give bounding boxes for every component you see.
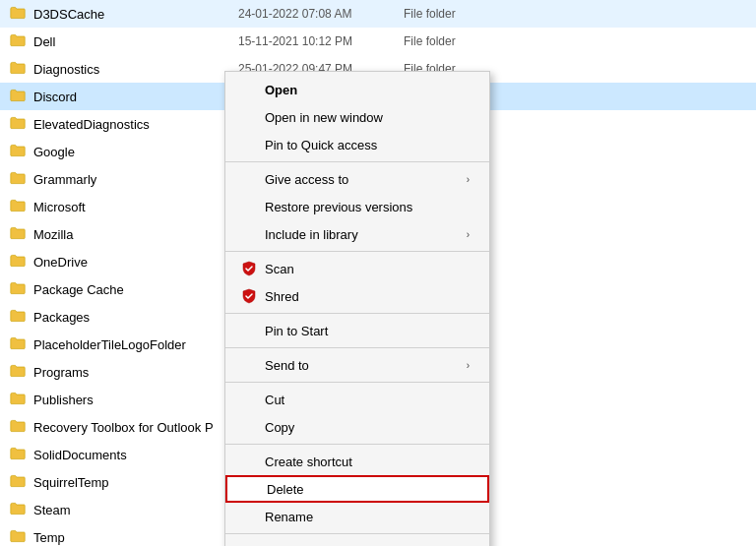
menu-item-restore-prev[interactable]: Restore previous versions bbox=[225, 193, 489, 220]
menu-item-copy[interactable]: Copy bbox=[225, 413, 489, 441]
file-date: 24-01-2022 07:08 AM bbox=[238, 7, 396, 21]
shield-icon bbox=[241, 288, 257, 304]
file-name: D3DSCache bbox=[33, 7, 230, 22]
shield-icon bbox=[241, 261, 257, 276]
menu-item-include-library[interactable]: Include in library› bbox=[225, 220, 489, 248]
menu-item-label: Open in new window bbox=[265, 110, 383, 125]
menu-item-label: Give access to bbox=[265, 172, 348, 187]
menu-separator bbox=[225, 382, 489, 383]
submenu-arrow-icon: › bbox=[467, 360, 470, 371]
file-name: Grammarly bbox=[33, 172, 230, 187]
menu-item-label: Include in library bbox=[265, 227, 358, 242]
context-menu: OpenOpen in new windowPin to Quick acces… bbox=[224, 71, 490, 546]
file-name: Google bbox=[33, 145, 230, 159]
file-name: Steam bbox=[33, 503, 230, 517]
file-type: File folder bbox=[404, 34, 456, 48]
menu-separator bbox=[225, 533, 489, 534]
menu-item-delete[interactable]: Delete bbox=[225, 475, 489, 503]
submenu-arrow-icon: › bbox=[467, 229, 470, 240]
file-name: Packages bbox=[33, 310, 230, 325]
file-name: ElevatedDiagnostics bbox=[33, 117, 230, 132]
menu-separator bbox=[225, 444, 489, 445]
menu-item-create-shortcut[interactable]: Create shortcut bbox=[225, 448, 489, 475]
menu-item-label: Copy bbox=[265, 420, 294, 435]
folder-icon bbox=[10, 336, 26, 353]
menu-item-label: Shred bbox=[265, 289, 299, 304]
menu-item-scan[interactable]: Scan bbox=[225, 255, 489, 282]
folder-icon bbox=[10, 89, 26, 105]
folder-icon bbox=[10, 144, 26, 160]
menu-item-label: Delete bbox=[267, 482, 304, 497]
menu-item-label: Restore previous versions bbox=[265, 200, 412, 214]
menu-item-label: Send to bbox=[265, 358, 309, 373]
menu-separator bbox=[225, 313, 489, 314]
folder-icon bbox=[10, 474, 26, 491]
file-name: Package Cache bbox=[33, 282, 230, 297]
file-name: Temp bbox=[33, 530, 230, 545]
menu-item-send-to[interactable]: Send to› bbox=[225, 351, 489, 379]
folder-icon bbox=[10, 419, 26, 436]
file-date: 15-11-2021 10:12 PM bbox=[238, 34, 396, 48]
file-name: Diagnostics bbox=[33, 62, 230, 77]
file-name: SquirrelTemp bbox=[33, 475, 230, 490]
folder-icon bbox=[10, 529, 26, 546]
file-row[interactable]: D3DSCache24-01-2022 07:08 AMFile folder bbox=[0, 0, 756, 28]
menu-item-properties[interactable]: Properties bbox=[225, 537, 489, 546]
file-name: Publishers bbox=[33, 393, 230, 407]
file-row[interactable]: Dell15-11-2021 10:12 PMFile folder bbox=[0, 28, 756, 55]
folder-icon bbox=[10, 309, 26, 326]
folder-icon bbox=[10, 502, 26, 518]
folder-icon bbox=[10, 171, 26, 188]
menu-item-pin-quick-access[interactable]: Pin to Quick access bbox=[225, 131, 489, 158]
menu-item-shred[interactable]: Shred bbox=[225, 282, 489, 310]
menu-item-label: Rename bbox=[265, 510, 313, 524]
menu-item-label: Pin to Start bbox=[265, 324, 328, 338]
menu-separator bbox=[225, 161, 489, 162]
menu-item-open[interactable]: Open bbox=[225, 76, 489, 103]
file-name: Dell bbox=[33, 34, 230, 49]
folder-icon bbox=[10, 61, 26, 78]
folder-icon bbox=[10, 6, 26, 23]
menu-item-open-new-window[interactable]: Open in new window bbox=[225, 103, 489, 131]
file-name: Mozilla bbox=[33, 227, 230, 242]
folder-icon bbox=[10, 199, 26, 215]
menu-item-label: Scan bbox=[265, 262, 294, 276]
menu-item-give-access[interactable]: Give access to› bbox=[225, 165, 489, 193]
menu-item-rename[interactable]: Rename bbox=[225, 503, 489, 530]
menu-item-label: Pin to Quick access bbox=[265, 138, 377, 152]
file-type: File folder bbox=[404, 7, 456, 21]
file-name: OneDrive bbox=[33, 255, 230, 270]
folder-icon bbox=[10, 392, 26, 408]
file-name: Discord bbox=[33, 90, 230, 104]
folder-icon bbox=[10, 33, 26, 50]
folder-icon bbox=[10, 226, 26, 243]
menu-item-label: Create shortcut bbox=[265, 455, 352, 469]
folder-icon bbox=[10, 447, 26, 463]
file-name: PlaceholderTileLogoFolder bbox=[33, 337, 230, 352]
menu-item-pin-start[interactable]: Pin to Start bbox=[225, 317, 489, 344]
file-name: Microsoft bbox=[33, 200, 230, 214]
file-name: SolidDocuments bbox=[33, 448, 230, 462]
menu-item-cut[interactable]: Cut bbox=[225, 386, 489, 413]
file-name: Recovery Toolbox for Outlook P bbox=[33, 420, 230, 435]
folder-icon bbox=[10, 254, 26, 271]
menu-separator bbox=[225, 347, 489, 348]
file-name: Programs bbox=[33, 365, 230, 380]
menu-separator bbox=[225, 251, 489, 252]
folder-icon bbox=[10, 364, 26, 381]
submenu-arrow-icon: › bbox=[467, 174, 470, 185]
menu-item-label: Cut bbox=[265, 393, 284, 407]
folder-icon bbox=[10, 116, 26, 133]
menu-item-label: Open bbox=[265, 83, 297, 97]
folder-icon bbox=[10, 281, 26, 298]
